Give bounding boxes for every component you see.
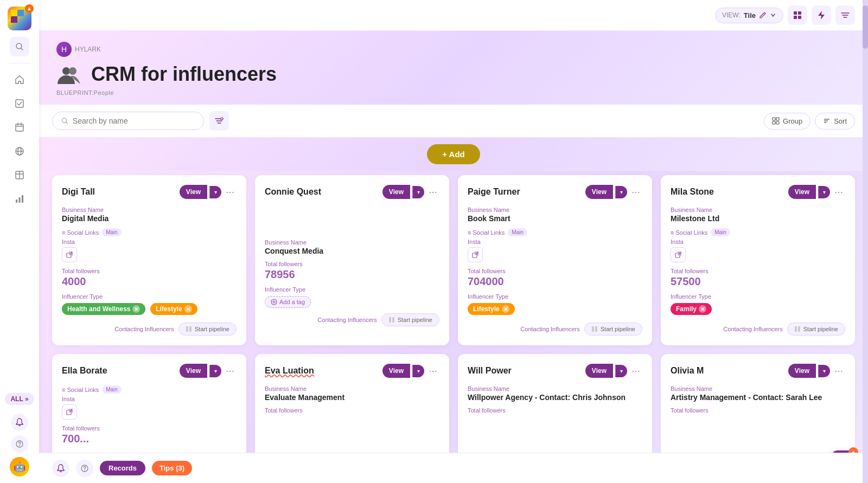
card-mila-stone: Mila Stone View ▾ ⋯ Business Name Milest… [661, 175, 855, 345]
sort-label: Sort [834, 117, 847, 125]
tag-remove-btn[interactable]: ✕ [699, 305, 706, 313]
sidebar-tasks-icon[interactable] [10, 94, 29, 113]
view-button[interactable]: View [585, 364, 613, 378]
records-btn[interactable]: Records [100, 461, 145, 475]
svg-rect-35 [773, 121, 775, 124]
insta-label: Insta [62, 239, 237, 245]
view-button[interactable]: View [382, 185, 410, 199]
external-link-btn[interactable] [62, 404, 77, 420]
card-actions: View ▾ ⋯ [180, 185, 237, 199]
tag-remove-btn[interactable]: ✕ [502, 305, 509, 313]
tips-btn[interactable]: Tips (3) [152, 461, 192, 475]
left-sidebar: ALL » ? 🤖 [0, 0, 39, 483]
add-tag-btn[interactable]: Add a tag [265, 296, 311, 308]
svg-rect-49 [592, 326, 594, 332]
svg-rect-13 [16, 199, 17, 203]
card-actions: View ▾ ⋯ [788, 185, 845, 199]
view-selector[interactable]: VIEW: Tile [715, 8, 783, 23]
svg-rect-46 [392, 317, 394, 323]
card-ella-borate: Ella Borate View ▾ ⋯ ≡ Social Links Main… [52, 354, 246, 460]
group-btn[interactable]: Group [764, 113, 810, 130]
scrollbar[interactable] [863, 0, 868, 483]
sidebar-search-btn[interactable] [10, 37, 29, 56]
view-button[interactable]: View [788, 364, 816, 378]
help-btn[interactable]: ? [76, 460, 93, 477]
card-menu[interactable]: ⋯ [224, 364, 237, 377]
notification-icon[interactable] [11, 414, 28, 431]
svg-rect-18 [794, 11, 797, 15]
view-button[interactable]: View [180, 364, 207, 378]
card-menu[interactable]: ⋯ [832, 364, 845, 377]
sidebar-table-icon[interactable] [10, 165, 29, 185]
card-menu[interactable]: ⋯ [426, 185, 439, 198]
search-box[interactable] [52, 112, 204, 130]
card-menu[interactable]: ⋯ [426, 364, 439, 377]
search-input[interactable] [73, 117, 195, 125]
view-dropdown[interactable]: ▾ [615, 365, 627, 377]
business-name-label: Business Name [671, 385, 845, 392]
view-dropdown[interactable]: ▾ [818, 186, 830, 198]
start-pipeline-btn[interactable]: Start pipeline [381, 313, 439, 326]
view-button[interactable]: View [180, 185, 207, 199]
tag-lifestyle[interactable]: Lifestyle ✕ [150, 303, 197, 315]
help-icon[interactable]: ? [11, 435, 28, 453]
view-dropdown[interactable]: ▾ [615, 186, 627, 198]
card-menu[interactable]: ⋯ [629, 364, 642, 377]
view-button[interactable]: View [585, 185, 613, 199]
start-pipeline-btn[interactable]: Start pipeline [178, 323, 237, 336]
insta-label: Insta [671, 239, 845, 245]
view-dropdown[interactable]: ▾ [209, 365, 221, 377]
social-label: ≡ Social Links [62, 229, 99, 236]
card-menu[interactable]: ⋯ [629, 185, 642, 198]
business-name-value: Book Smart [468, 214, 642, 223]
card-menu[interactable]: ⋯ [832, 185, 845, 198]
card-header: Will Power View ▾ ⋯ [468, 364, 642, 378]
view-button[interactable]: View [788, 185, 816, 199]
svg-rect-15 [22, 195, 23, 203]
sidebar-all-btn[interactable]: ALL » [5, 393, 34, 405]
tag-health-wellness[interactable]: Health and Wellness ✕ [62, 303, 145, 315]
type-label: Influencer Type [62, 293, 237, 300]
sidebar-calendar-icon[interactable] [10, 118, 29, 137]
tag-family[interactable]: Family ✕ [671, 303, 712, 315]
scrollbar-thumb[interactable] [863, 5, 868, 49]
business-name-label: Business Name [468, 385, 642, 392]
sort-btn[interactable]: Sort [815, 113, 855, 130]
pipeline-status: Contacting Influencers [520, 326, 579, 332]
logo[interactable] [8, 7, 31, 30]
sidebar-home-icon[interactable] [10, 70, 29, 89]
followers-value: 4000 [62, 275, 237, 288]
view-dropdown[interactable]: ▾ [818, 365, 830, 377]
tag-lifestyle[interactable]: Lifestyle ✕ [468, 303, 515, 315]
svg-rect-43 [189, 326, 192, 332]
filter-btn[interactable] [209, 111, 229, 131]
followers-label: Total followers [62, 268, 237, 274]
bolt-btn[interactable] [812, 5, 831, 25]
user-avatar[interactable]: 🤖 [10, 457, 29, 476]
followers-value: 700... [62, 433, 237, 445]
view-dropdown[interactable]: ▾ [412, 365, 424, 377]
tag-remove-btn[interactable]: ✕ [132, 305, 140, 313]
sidebar-globe-icon[interactable] [10, 141, 29, 161]
main-badge: Main [508, 228, 527, 236]
add-button[interactable]: + Add [427, 144, 480, 164]
tag-remove-btn[interactable]: ✕ [184, 305, 192, 313]
grid-view-btn[interactable] [788, 5, 807, 25]
external-link-btn[interactable] [468, 247, 483, 262]
page-title: CRM for influencers [91, 63, 277, 86]
view-button[interactable]: View [382, 364, 410, 378]
sidebar-chart-icon[interactable] [10, 189, 29, 209]
card-name: Connie Quest [265, 187, 321, 197]
notification-btn[interactable] [52, 460, 69, 477]
view-dropdown[interactable]: ▾ [209, 186, 221, 198]
followers-label: Total followers [671, 268, 845, 274]
card-eva-luation: Eva Luation View ▾ ⋯ Business Name Evalu… [255, 354, 449, 460]
external-link-btn[interactable] [62, 247, 77, 262]
card-menu[interactable]: ⋯ [224, 185, 237, 198]
start-pipeline-btn[interactable]: Start pipeline [584, 323, 642, 336]
start-pipeline-btn[interactable]: Start pipeline [787, 323, 845, 336]
view-dropdown[interactable]: ▾ [412, 186, 424, 198]
filter2-btn[interactable] [835, 5, 855, 25]
external-link-btn[interactable] [671, 247, 686, 262]
card-digi-tall: Digi Tall View ▾ ⋯ Business Name Digital… [52, 175, 246, 345]
